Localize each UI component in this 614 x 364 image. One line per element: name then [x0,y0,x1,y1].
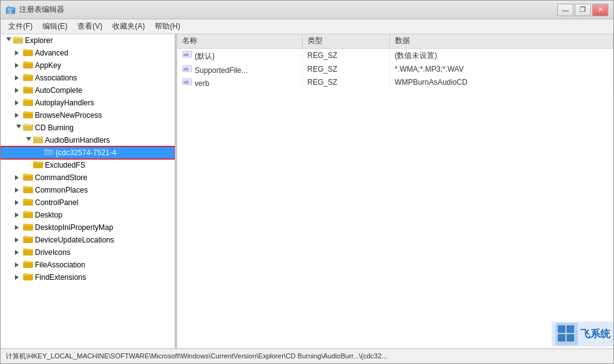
tree-label-browsenewprocess: BrowseNewProcess [35,111,102,120]
tree-label-fileassociation: FileAssociation [35,261,85,269]
tree-label-associations: Associations [35,74,77,82]
folder-icon-advanced [23,48,35,59]
reg-value-icon: ab [182,64,192,73]
restore-button[interactable]: ❐ [575,4,591,16]
expand-icon-advanced[interactable] [13,48,23,58]
tree-label-autoplayhandlers: AutoplayHandlers [35,98,94,107]
tree-item-audioburnhandlers[interactable]: AudioBurnHandlers [1,134,175,146]
window-icon [6,5,16,15]
svg-rect-1 [7,6,11,9]
registry-table: 名称 类型 数据 ab (默认)REG_SZ(数值未设置) ab Support… [177,34,613,89]
expand-icon-autoplayhandlers[interactable] [13,98,23,108]
tree-item-advanced[interactable]: Advanced [1,47,175,59]
menu-item-E[interactable]: 编辑(E) [37,20,72,33]
tree-label-deviceupdatelocations: DeviceUpdateLocations [35,236,114,244]
tree-item-desktopinipropertymap[interactable]: DesktopIniPropertyMap [1,221,175,234]
folder-icon-driveicons [23,247,35,258]
table-row[interactable]: ab SupportedFile...REG_SZ*.WMA;*.MP3;*.W… [177,63,613,76]
minimize-button[interactable]: — [557,4,573,16]
folder-icon-excludedfs [33,160,45,171]
tree-item-driveicons[interactable]: DriveIcons [1,246,175,259]
tree-item-findextensions[interactable]: FindExtensions [1,271,175,284]
tree-item-commonplaces[interactable]: CommonPlaces [1,184,175,196]
expand-icon-commonplaces[interactable] [13,185,23,195]
expand-icon-cdburning[interactable] [13,123,23,133]
expand-icon-fileassociation[interactable] [13,260,23,270]
expand-icon-desktop[interactable] [13,210,23,220]
menu-item-V[interactable]: 查看(V) [72,20,107,33]
expand-icon-explorer[interactable] [3,36,13,46]
cell-name-1: ab SupportedFile... [177,63,302,76]
tree-item-desktop[interactable]: Desktop [1,209,175,221]
expand-icon-associations[interactable] [13,73,23,83]
menu-item-H[interactable]: 帮助(H) [150,20,185,33]
folder-icon-explorer [13,36,25,46]
table-header-row: 名称 类型 数据 [177,34,613,48]
tree-label-explorer: Explorer [25,36,53,45]
tree-label-audioburnhandlers: AudioBurnHandlers [45,136,110,145]
tree-label-commandstore: CommandStore [35,173,87,182]
expand-icon-browsenewprocess[interactable] [13,110,23,120]
status-path: 计算机\HKEY_LOCAL_MACHINE\SOFTWARE\Microsof… [6,352,387,361]
cell-name-2: ab verb [177,76,302,89]
folder-icon-findextensions [23,272,35,283]
tree-item-deviceupdatelocations[interactable]: DeviceUpdateLocations [1,234,175,246]
tree-label-excludedfs: ExcludedFS [45,161,85,170]
tree-item-fileassociation[interactable]: FileAssociation [1,259,175,271]
menu-item-A[interactable]: 收藏夹(A) [107,20,150,33]
folder-icon-controlpanel [23,198,35,208]
registry-editor-window: 注册表编辑器 — ❐ ✕ 文件(F)编辑(E)查看(V)收藏夹(A)帮助(H) … [0,0,614,364]
expand-icon-cdc32574[interactable] [34,148,44,158]
svg-rect-14 [558,334,565,342]
tree-pane[interactable]: Explorer Advanced AppKey Associations Au… [1,34,175,348]
tree-item-excludedfs[interactable]: ExcludedFS [1,159,175,171]
tree-item-explorer[interactable]: Explorer [1,34,175,47]
expand-icon-deviceupdatelocations[interactable] [13,235,23,245]
table-row[interactable]: ab verbREG_SZWMPBurnAsAudioCD [177,76,613,89]
tree-item-controlpanel[interactable]: ControlPanel [1,196,175,209]
column-data-header: 数据 [389,34,613,48]
status-bar: 计算机\HKEY_LOCAL_MACHINE\SOFTWARE\Microsof… [1,348,613,363]
tree-item-appkey[interactable]: AppKey [1,59,175,72]
table-row[interactable]: ab (默认)REG_SZ(数值未设置) [177,48,613,63]
main-content: Explorer Advanced AppKey Associations Au… [1,34,613,348]
expand-icon-audioburnhandlers[interactable] [23,135,33,145]
tree-label-appkey: AppKey [35,61,61,70]
folder-icon-cdc32574 [44,148,56,158]
tree-label-controlpanel: ControlPanel [35,198,78,207]
expand-icon-findextensions[interactable] [13,272,23,282]
close-button[interactable]: ✕ [592,4,608,16]
folder-icon-autoplayhandlers [23,98,35,108]
expand-icon-excludedfs[interactable] [23,160,33,170]
tree-item-cdc32574[interactable]: {cdc32574-7521-4 [1,146,175,159]
tree-item-autocomplete[interactable]: AutoComplete [1,84,175,97]
expand-icon-desktopinipropertymap[interactable] [13,223,23,232]
folder-icon-associations [23,73,35,84]
cell-data-0: (数值未设置) [389,48,613,63]
column-type-header: 类型 [302,34,389,48]
expand-icon-driveicons[interactable] [13,247,23,257]
menu-item-F[interactable]: 文件(F) [3,20,37,33]
tree-item-commandstore[interactable]: CommandStore [1,171,175,184]
tree-item-browsenewprocess[interactable]: BrowseNewProcess [1,109,175,122]
folder-icon-desktopinipropertymap [23,223,35,233]
folder-icon-desktop [23,210,35,221]
tree-label-desktop: Desktop [35,211,62,219]
tree-item-autoplayhandlers[interactable]: AutoplayHandlers [1,97,175,109]
folder-icon-deviceupdatelocations [23,235,35,246]
svg-rect-12 [558,325,565,333]
reg-value-icon: ab [182,77,192,86]
tree-item-associations[interactable]: Associations [1,72,175,84]
column-name-header: 名称 [177,34,302,48]
watermark-text: 飞系统 [580,328,610,341]
svg-text:ab: ab [183,52,188,57]
folder-icon-commandstore [23,173,35,183]
tree-item-cdburning[interactable]: CD Burning [1,122,175,134]
title-bar: 注册表编辑器 — ❐ ✕ [1,1,613,19]
expand-icon-appkey[interactable] [13,60,23,70]
expand-icon-autocomplete[interactable] [13,85,23,95]
expand-icon-commandstore[interactable] [13,173,23,183]
watermark-logo-icon [555,323,578,345]
window-controls: — ❐ ✕ [557,4,608,16]
expand-icon-controlpanel[interactable] [13,198,23,208]
